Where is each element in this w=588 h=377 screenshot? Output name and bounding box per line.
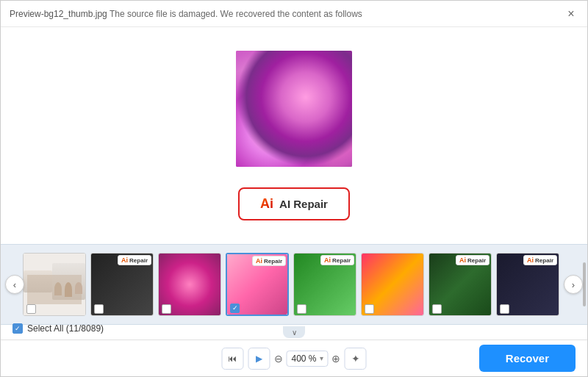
repair-icon: Ai xyxy=(459,256,466,264)
repair-text: Repair xyxy=(332,257,351,264)
repair-text: Repair xyxy=(264,258,282,265)
title-text: Preview-bg12_thumb.jpg The source file i… xyxy=(10,9,362,19)
repair-icon: Ai xyxy=(324,256,331,264)
ai-icon: Ai xyxy=(260,196,273,212)
thumbnail-item[interactable]: Ai Repair xyxy=(90,253,154,316)
repair-icon: Ai xyxy=(256,257,262,265)
title-bar: Preview-bg12_thumb.jpg The source file i… xyxy=(1,1,587,27)
strip-nav-right[interactable]: › xyxy=(564,275,583,294)
select-all-label: Select All (11/8089) xyxy=(27,323,104,334)
strip-nav-left[interactable]: ‹ xyxy=(5,275,24,294)
repair-icon: Ai xyxy=(527,256,534,264)
flower-image xyxy=(236,51,352,167)
repair-badge: Ai Repair xyxy=(252,256,286,266)
preview-image xyxy=(236,51,352,167)
thumb-checkbox-0[interactable] xyxy=(26,304,36,314)
thumb-checkbox-5[interactable] xyxy=(365,304,374,314)
collapse-button[interactable]: ∨ xyxy=(283,326,305,338)
thumb-checkbox-3[interactable] xyxy=(230,304,240,313)
thumbnail-strip: ‹ Ai Repair xyxy=(1,244,587,325)
close-button[interactable]: × xyxy=(564,7,578,21)
preview-area: Ai AI Repair xyxy=(1,27,587,244)
ai-repair-button[interactable]: Ai AI Repair xyxy=(238,187,350,220)
repair-badge: Ai Repair xyxy=(320,255,354,265)
damaged-message: The source file is damaged. We recovered… xyxy=(110,9,362,19)
repair-text: Repair xyxy=(467,257,486,264)
repair-badge: Ai Repair xyxy=(118,255,151,265)
settings-button[interactable]: ✦ xyxy=(345,348,367,370)
recover-button[interactable]: Recover xyxy=(479,345,576,372)
thumbnail-item[interactable] xyxy=(23,253,86,316)
zoom-container: ⊖ 400 % ▾ ⊕ xyxy=(274,351,340,367)
repair-text: Repair xyxy=(535,257,553,264)
next-frame-button[interactable]: ▶ xyxy=(248,348,270,370)
thumbnail-item[interactable]: Ai Repair xyxy=(496,253,559,316)
select-all-area: Select All (11/8089) xyxy=(12,323,104,334)
zoom-level-select[interactable]: 400 % ▾ xyxy=(286,351,328,367)
thumbnail-item[interactable] xyxy=(158,253,221,316)
thumbnail-item-selected[interactable]: Ai Repair xyxy=(226,253,289,316)
thumb-checkbox-6[interactable] xyxy=(432,304,442,314)
repair-badge: Ai Repair xyxy=(456,255,490,265)
thumb-checkbox-2[interactable] xyxy=(162,304,171,314)
zoom-out-icon[interactable]: ⊖ xyxy=(274,353,283,365)
repair-icon: Ai xyxy=(121,256,128,264)
thumb-checkbox-4[interactable] xyxy=(297,304,306,314)
thumb-checkbox-7[interactable] xyxy=(500,304,509,314)
thumbnail-item[interactable]: Ai Repair xyxy=(293,253,356,316)
thumbnail-item[interactable]: Ai Repair xyxy=(429,253,492,316)
ai-repair-label: AI Repair xyxy=(279,198,328,210)
thumbnails-container: Ai Repair Ai Repair Ai Repair xyxy=(23,253,565,316)
zoom-level-value: 400 % xyxy=(291,353,316,364)
thumbnail-item[interactable] xyxy=(361,253,424,316)
zoom-in-icon[interactable]: ⊕ xyxy=(331,353,340,365)
filename: Preview-bg12_thumb.jpg xyxy=(10,9,107,19)
scroll-indicator xyxy=(583,262,586,306)
prev-frame-button[interactable]: ⏮ xyxy=(221,348,243,370)
bottom-toolbar: ⏮ ▶ ⊖ 400 % ▾ ⊕ ✦ Recover xyxy=(1,340,587,376)
thumb-checkbox-1[interactable] xyxy=(94,304,104,314)
dropdown-icon: ▾ xyxy=(320,354,323,362)
repair-badge: Ai Repair xyxy=(523,255,557,265)
playback-controls: ⏮ ▶ ⊖ 400 % ▾ ⊕ ✦ xyxy=(221,348,366,370)
select-all-checkbox[interactable] xyxy=(12,323,23,334)
repair-text: Repair xyxy=(129,257,148,264)
